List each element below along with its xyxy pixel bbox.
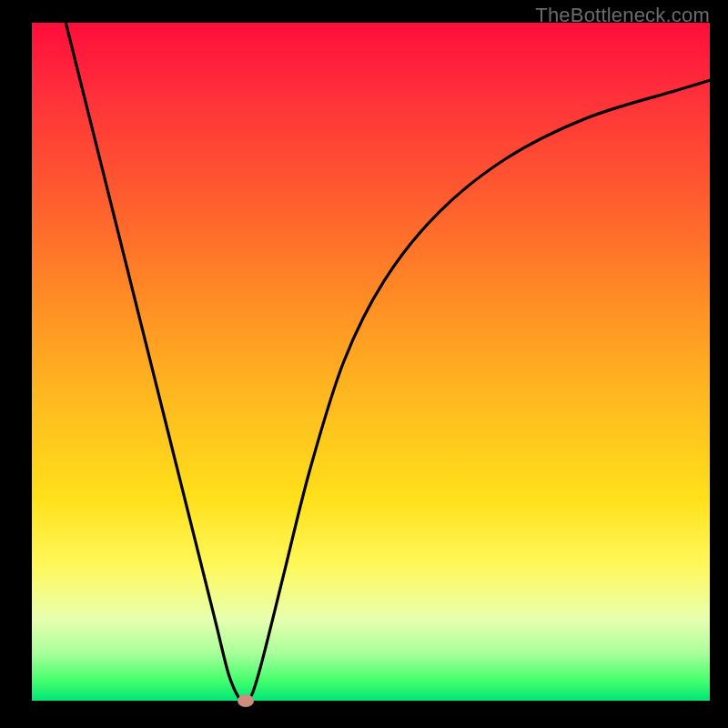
plot-area [32,23,710,701]
watermark-text: TheBottleneck.com [535,4,710,27]
curve-path [66,23,710,701]
chart-frame: TheBottleneck.com [0,0,728,728]
optimal-point-marker [238,694,254,707]
bottleneck-curve [32,23,710,701]
